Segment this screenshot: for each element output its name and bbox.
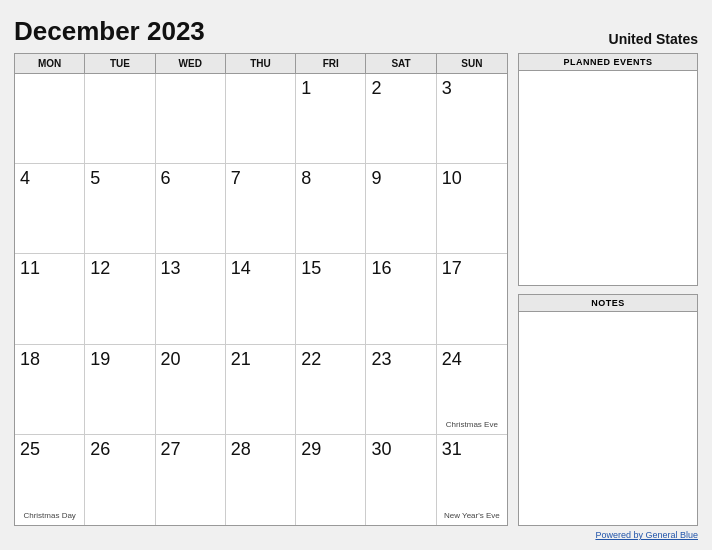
- notes-body: [519, 312, 697, 526]
- day-cell: 24Christmas Eve: [437, 345, 507, 435]
- day-cell: 15: [296, 254, 366, 344]
- day-cell: [85, 74, 155, 164]
- day-number: 8: [301, 168, 360, 190]
- day-cell: [156, 74, 226, 164]
- day-cell: 18: [15, 345, 85, 435]
- day-cell: 29: [296, 435, 366, 525]
- day-cell: 28: [226, 435, 296, 525]
- day-cell: 27: [156, 435, 226, 525]
- event-label: Christmas Day: [20, 511, 79, 521]
- day-header-wed: WED: [156, 54, 226, 73]
- powered-by-link[interactable]: Powered by General Blue: [595, 530, 698, 540]
- day-cell: [226, 74, 296, 164]
- day-number: 3: [442, 78, 502, 100]
- day-number: 24: [442, 349, 502, 371]
- day-number: 25: [20, 439, 79, 461]
- day-cell: 12: [85, 254, 155, 344]
- day-number: 22: [301, 349, 360, 371]
- day-cell: 1: [296, 74, 366, 164]
- day-header-tue: TUE: [85, 54, 155, 73]
- day-number: 31: [442, 439, 502, 461]
- footer: Powered by General Blue: [14, 530, 698, 540]
- day-number: 5: [90, 168, 149, 190]
- day-number: 19: [90, 349, 149, 371]
- day-cell: 30: [366, 435, 436, 525]
- day-headers: MONTUEWEDTHUFRISATSUN: [15, 54, 507, 74]
- day-number: 27: [161, 439, 220, 461]
- day-cell: 13: [156, 254, 226, 344]
- day-number: 10: [442, 168, 502, 190]
- day-cell: 6: [156, 164, 226, 254]
- notes-header: NOTES: [519, 295, 697, 312]
- notes-box: NOTES: [518, 294, 698, 527]
- day-header-thu: THU: [226, 54, 296, 73]
- day-number: 28: [231, 439, 290, 461]
- country-label: United States: [609, 31, 698, 47]
- day-cell: 2: [366, 74, 436, 164]
- day-number: 7: [231, 168, 290, 190]
- calendar: MONTUEWEDTHUFRISATSUN 123456789101112131…: [14, 53, 508, 526]
- day-cell: 22: [296, 345, 366, 435]
- day-number: 12: [90, 258, 149, 280]
- day-cell: 8: [296, 164, 366, 254]
- event-label: New Year's Eve: [442, 511, 502, 521]
- planned-events-header: PLANNED EVENTS: [519, 54, 697, 71]
- day-cell: 4: [15, 164, 85, 254]
- day-cell: 14: [226, 254, 296, 344]
- day-number: 23: [371, 349, 430, 371]
- day-number: 6: [161, 168, 220, 190]
- day-cell: 10: [437, 164, 507, 254]
- day-header-sat: SAT: [366, 54, 436, 73]
- day-cell: 9: [366, 164, 436, 254]
- day-cell: 3: [437, 74, 507, 164]
- planned-events-body: [519, 71, 697, 285]
- day-number: 21: [231, 349, 290, 371]
- day-number: 2: [371, 78, 430, 100]
- day-number: 11: [20, 258, 79, 280]
- day-cell: 7: [226, 164, 296, 254]
- day-cell: 23: [366, 345, 436, 435]
- day-number: 16: [371, 258, 430, 280]
- day-number: 17: [442, 258, 502, 280]
- page: December 2023 United States MONTUEWEDTHU…: [0, 0, 712, 550]
- day-cell: 26: [85, 435, 155, 525]
- day-cell: 5: [85, 164, 155, 254]
- day-number: 15: [301, 258, 360, 280]
- day-number: 18: [20, 349, 79, 371]
- calendar-grid: 123456789101112131415161718192021222324C…: [15, 74, 507, 525]
- day-header-fri: FRI: [296, 54, 366, 73]
- day-cell: 17: [437, 254, 507, 344]
- day-number: 4: [20, 168, 79, 190]
- day-cell: 25Christmas Day: [15, 435, 85, 525]
- day-cell: [15, 74, 85, 164]
- event-label: Christmas Eve: [442, 420, 502, 430]
- day-number: 26: [90, 439, 149, 461]
- day-cell: 20: [156, 345, 226, 435]
- day-cell: 21: [226, 345, 296, 435]
- day-number: 29: [301, 439, 360, 461]
- day-cell: 16: [366, 254, 436, 344]
- header: December 2023 United States: [14, 16, 698, 47]
- day-number: 9: [371, 168, 430, 190]
- day-number: 1: [301, 78, 360, 100]
- day-header-mon: MON: [15, 54, 85, 73]
- day-number: 30: [371, 439, 430, 461]
- day-cell: 19: [85, 345, 155, 435]
- day-cell: 11: [15, 254, 85, 344]
- day-cell: 31New Year's Eve: [437, 435, 507, 525]
- calendar-title: December 2023: [14, 16, 205, 47]
- day-header-sun: SUN: [437, 54, 507, 73]
- planned-events-box: PLANNED EVENTS: [518, 53, 698, 286]
- main-area: MONTUEWEDTHUFRISATSUN 123456789101112131…: [14, 53, 698, 526]
- day-number: 20: [161, 349, 220, 371]
- side-section: PLANNED EVENTS NOTES: [518, 53, 698, 526]
- day-number: 14: [231, 258, 290, 280]
- day-number: 13: [161, 258, 220, 280]
